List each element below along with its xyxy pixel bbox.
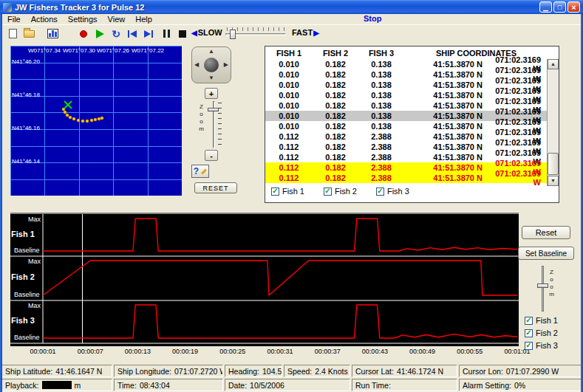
table-fish1-checkbox[interactable]: ✓Fish 1 — [271, 187, 304, 196]
cell: 41:51.3870 N — [404, 101, 485, 110]
speed-slider[interactable] — [224, 27, 287, 41]
pan-left-icon[interactable]: ◀ — [194, 62, 199, 68]
chart-fish3-checkbox[interactable]: ✓Fish 3 — [525, 341, 558, 350]
pan-down-icon[interactable]: ▼ — [208, 75, 214, 81]
status-value: m — [75, 381, 81, 390]
table-fish2-checkbox[interactable]: ✓Fish 2 — [324, 187, 357, 196]
data-table-button[interactable] — [45, 27, 60, 41]
map-labels: W071°07.34W071°07.30W071°07.26W071°07.22… — [10, 46, 182, 196]
table-scrollbar[interactable]: ▲ ▼ — [547, 59, 559, 186]
open-file-button[interactable] — [21, 27, 36, 41]
scroll-down-button[interactable]: ▼ — [548, 176, 559, 186]
checkbox: ✓ — [525, 317, 533, 325]
time-tick-label: 00:00:49 — [404, 348, 441, 355]
pause-button[interactable] — [159, 27, 174, 41]
chart-zoom-thumb[interactable] — [537, 283, 548, 288]
right-arrow-icon: ▶ — [313, 29, 319, 37]
speed-slider-thumb[interactable] — [230, 30, 236, 39]
skip-forward-button[interactable] — [141, 27, 156, 41]
loop-button[interactable]: ↻ — [109, 27, 123, 41]
checkbox-label: Fish 1 — [536, 316, 558, 325]
table-body: 0.0100.1820.13841:51.3870 N071:02.3169 W… — [265, 59, 559, 183]
check-icon: ✓ — [525, 329, 531, 337]
cell: 0.112 — [265, 173, 313, 182]
cell: 0.182 — [313, 111, 358, 120]
status-value: 41:46.1724 N — [397, 367, 443, 376]
cell: 0.112 — [265, 153, 313, 162]
status-label: Ship Longitude: — [117, 367, 171, 376]
menu-file[interactable]: File — [2, 15, 26, 24]
record-button[interactable] — [76, 27, 91, 41]
cell: 0.138 — [358, 101, 404, 110]
close-button[interactable]: × — [567, 1, 580, 13]
play-button[interactable] — [92, 27, 107, 41]
menu-settings[interactable]: Settings — [63, 15, 103, 24]
title-bar[interactable]: JW Fishers Tracker 3 for Pulse 12 ▁ □ × — [0, 0, 583, 14]
skip-forward-icon — [143, 30, 154, 38]
status-label: Heading: — [228, 367, 259, 376]
map-zoom-out-button[interactable]: - — [205, 150, 218, 161]
new-file-button[interactable] — [5, 27, 20, 41]
table-fish3-checkbox[interactable]: ✓Fish 3 — [376, 187, 409, 196]
map-zoom-thumb[interactable] — [208, 108, 219, 111]
check-icon: ✓ — [272, 188, 278, 195]
status-cursor-lon: Cursor Lon:071:07.2990 W — [459, 365, 582, 377]
status-bar-1: Ship Latitude:41:46.1647 NShip Longitude… — [1, 365, 582, 377]
column-header: FISH 2 — [313, 49, 358, 58]
skip-back-button[interactable] — [125, 27, 140, 41]
menu-actions[interactable]: Actions — [26, 15, 63, 24]
map-zoom-in-button[interactable]: + — [205, 88, 218, 99]
chart-reset-button[interactable]: Reset — [522, 226, 570, 239]
help-button[interactable]: ? — [191, 165, 209, 178]
slow-text: SLOW — [198, 28, 222, 37]
chart-fish2-checkbox[interactable]: ✓Fish 2 — [525, 329, 558, 337]
signal-chart[interactable]: MaxFish 1BaselineMaxFish 2BaselineMaxFis… — [10, 213, 519, 346]
pan-knob[interactable] — [204, 58, 219, 72]
map-zoom-ticks — [218, 103, 222, 147]
minimize-button[interactable]: ▁ — [539, 1, 552, 13]
cell: 41:51.3870 N — [404, 111, 485, 120]
cell: 0.112 — [265, 132, 313, 141]
checkbox-label: Fish 2 — [536, 329, 558, 337]
cell: 0.182 — [313, 142, 358, 151]
cell: 0.182 — [313, 122, 358, 131]
maximize-icon: □ — [558, 4, 562, 11]
map-panel[interactable]: W071°07.34W071°07.30W071°07.26W071°07.22… — [10, 46, 182, 196]
status-value: 0% — [514, 381, 525, 390]
pan-right-icon[interactable]: ▶ — [224, 62, 228, 68]
scrollbar-thumb[interactable] — [548, 153, 559, 175]
cell: 41:51.3870 N — [404, 70, 485, 79]
checkbox-label: Fish 2 — [335, 187, 357, 196]
set-baseline-button[interactable]: Set Baseline — [518, 247, 574, 260]
pan-up-icon[interactable]: ▲ — [208, 49, 214, 55]
stop-button[interactable]: Stop — [364, 14, 381, 23]
cell: 0.010 — [265, 101, 313, 110]
minimize-icon: ▁ — [543, 4, 548, 11]
skip-back-icon — [127, 30, 137, 38]
menu-view[interactable]: View — [103, 15, 131, 24]
slow-label: ◀SLOW — [191, 28, 222, 37]
checkbox: ✓ — [376, 188, 384, 196]
pencil-icon — [201, 168, 207, 174]
status-label: Alarm Setting: — [463, 381, 511, 390]
cell: 41:51.3870 N — [404, 91, 485, 100]
cell: 0.182 — [313, 163, 358, 172]
cell: 2.388 — [358, 142, 404, 151]
chart-zoom-slider[interactable] — [542, 266, 544, 312]
cell: 41:51.3870 N — [404, 153, 485, 162]
stop-playback-button[interactable] — [175, 27, 190, 41]
checkbox-label: Fish 3 — [387, 187, 409, 196]
scroll-up-button[interactable]: ▲ — [548, 59, 559, 69]
status-ship-longitude: Ship Longitude:071:07.2720 W — [114, 365, 223, 377]
chart-fish1-checkbox[interactable]: ✓Fish 1 — [525, 316, 558, 325]
table-row[interactable]: 0.1120.1822.38841:51.3870 N071:02.3169 W — [265, 173, 559, 183]
map-pan-pad[interactable]: ▲ ▼ ◀ ▶ — [191, 47, 231, 83]
checkbox-label: Fish 3 — [536, 341, 558, 350]
status-ship-latitude: Ship Latitude:41:46.1647 N — [1, 365, 112, 377]
maximize-button[interactable]: □ — [553, 1, 566, 13]
checkbox: ✓ — [324, 188, 332, 196]
menu-help[interactable]: Help — [130, 15, 157, 24]
cell: 41:51.3870 N — [404, 142, 485, 151]
time-tick-label: 00:00:07 — [72, 348, 109, 355]
map-reset-button[interactable]: RESET — [194, 182, 237, 193]
